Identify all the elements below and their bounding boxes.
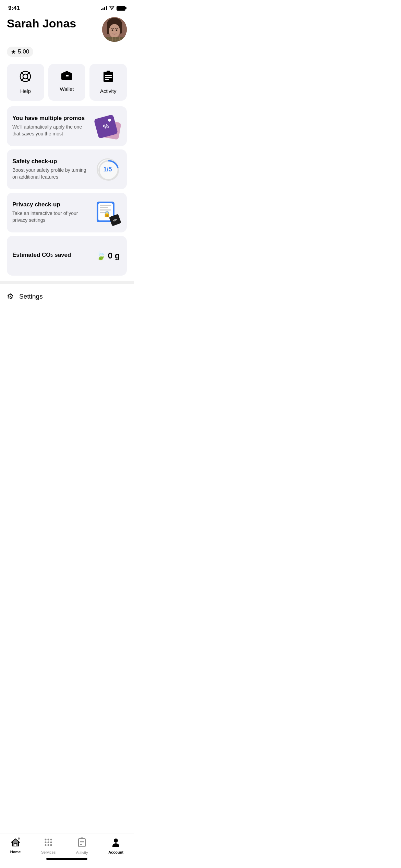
settings-row[interactable]: ⚙ Settings (0, 285, 134, 308)
settings-label: Settings (19, 293, 43, 300)
co2-card[interactable]: Estimated CO₂ saved 🍃 0 g (7, 236, 127, 276)
svg-rect-25 (105, 75, 112, 76)
safety-arc-svg (98, 159, 120, 181)
privacy-card[interactable]: Privacy check-up Take an interactive tou… (7, 193, 127, 232)
rating-value: 5.00 (18, 48, 29, 55)
rating-badge: ★ 5.00 (7, 47, 33, 57)
svg-rect-27 (105, 79, 109, 80)
svg-rect-24 (107, 71, 110, 73)
co2-visual: 🍃 0 g (94, 242, 121, 269)
svg-rect-23 (104, 72, 113, 82)
safety-card[interactable]: Safety check-up Boost your safety profil… (7, 149, 127, 189)
user-name-container: Sarah Jonas (7, 17, 76, 30)
svg-rect-26 (105, 77, 112, 78)
safety-title: Safety check-up (12, 158, 88, 165)
section-divider (0, 281, 134, 284)
promos-card-text: You have multiple promos We'll automatic… (12, 115, 94, 137)
co2-title: Estimated CO₂ saved (12, 251, 88, 258)
star-icon: ★ (11, 49, 16, 55)
avatar[interactable] (102, 17, 127, 42)
cards-section: You have multiple promos We'll automatic… (0, 106, 134, 276)
privacy-title: Privacy check-up (12, 201, 88, 208)
safety-card-text: Safety check-up Boost your safety profil… (12, 158, 94, 180)
promos-card[interactable]: You have multiple promos We'll automatic… (7, 106, 127, 146)
wifi-icon (109, 5, 114, 11)
privacy-card-text: Privacy check-up Take an interactive tou… (12, 201, 94, 224)
svg-rect-5 (106, 37, 123, 42)
status-icons (101, 5, 125, 11)
svg-point-14 (23, 74, 28, 79)
wallet-icon (61, 71, 73, 83)
activity-label: Activity (100, 88, 117, 94)
help-label: Help (20, 88, 31, 94)
leaf-icon: 🍃 (96, 251, 106, 261)
privacy-desc: Take an interactive tour of your privacy… (12, 210, 88, 224)
user-name: Sarah Jonas (7, 17, 76, 30)
quick-actions: Help Wallet Activity (0, 64, 134, 101)
status-bar: 9:41 (0, 0, 134, 14)
activity-icon (103, 71, 113, 85)
co2-number: 0 g (108, 251, 120, 261)
status-time: 9:41 (8, 5, 20, 12)
svg-point-4 (109, 24, 120, 38)
gear-icon: ⚙ (7, 292, 14, 301)
privacy-visual: 🔒 ✏ (94, 199, 121, 226)
wallet-button[interactable]: Wallet (48, 64, 86, 101)
help-button[interactable]: Help (7, 64, 44, 101)
svg-rect-19 (61, 73, 72, 80)
svg-marker-20 (61, 71, 72, 73)
svg-rect-21 (66, 75, 69, 76)
wallet-label: Wallet (60, 86, 74, 92)
safety-desc: Boost your safety profile by turning on … (12, 167, 88, 180)
promos-visual: % (94, 112, 121, 140)
svg-point-11 (112, 29, 113, 31)
battery-icon (117, 6, 125, 11)
co2-card-text: Estimated CO₂ saved (12, 251, 94, 261)
safety-visual: 1/5 (94, 156, 121, 183)
activity-button[interactable]: Activity (89, 64, 127, 101)
svg-point-12 (116, 29, 118, 31)
promos-desc: We'll automatically apply the one that s… (12, 124, 88, 137)
signal-icon (101, 6, 107, 10)
header: Sarah Jonas (0, 14, 134, 43)
promos-title: You have multiple promos (12, 115, 88, 122)
help-icon (20, 71, 31, 85)
